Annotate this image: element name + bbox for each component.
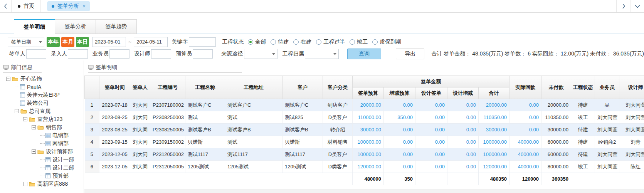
- date-to-input[interactable]: [134, 37, 168, 47]
- col-sign-time[interactable]: 签单时间: [99, 76, 130, 99]
- cell-sign-budget[interactable]: 120000.00: [353, 161, 384, 173]
- window-tab-home[interactable]: 首页: [12, 0, 41, 12]
- tree-item[interactable]: 直营店123: [0, 115, 84, 123]
- cell-design-change[interactable]: 0.00: [447, 136, 479, 148]
- cell-design-sign[interactable]: 0.00: [415, 111, 447, 124]
- cell-total[interactable]: 110350.00: [479, 111, 509, 124]
- table-row[interactable]: 2 2023-08-25 刘大同 P2308250003 测试 测试 测试825…: [85, 111, 644, 124]
- cell-actual-payment[interactable]: 40000.00: [509, 148, 541, 161]
- cell-design-change[interactable]: 0.00: [447, 148, 479, 161]
- cell-total[interactable]: 120000.00: [479, 161, 509, 173]
- table-row[interactable]: 4 2023-09-15 刘大同 P2309150002 贝诺斯 测试 贝诺斯 …: [85, 136, 644, 148]
- col-design-change[interactable]: 设计增减: [447, 87, 479, 99]
- tree-item[interactable]: 网销部: [0, 139, 84, 148]
- cell-design-sign[interactable]: 0.00: [415, 148, 447, 161]
- col-budget-change[interactable]: 增减预算: [384, 87, 415, 99]
- export-button[interactable]: 导出: [396, 49, 424, 59]
- col-signer[interactable]: 签单人: [130, 76, 150, 99]
- col-sign-budget[interactable]: 签单预算: [353, 87, 384, 99]
- cell-budget-change[interactable]: 0.00: [384, 99, 415, 111]
- table-row[interactable]: 5 2023-12-05 刘大同 P2312050002 测试1117 测试11…: [85, 148, 644, 161]
- col-customer[interactable]: 客户: [282, 76, 323, 99]
- col-project-address[interactable]: 工程地址: [225, 76, 282, 99]
- cell-budget-change[interactable]: 0.00: [384, 148, 415, 161]
- tree-expander-icon[interactable]: [23, 117, 27, 121]
- source-select[interactable]: [244, 49, 277, 59]
- col-project-status[interactable]: 工程状态: [571, 76, 595, 99]
- cell-design-sign[interactable]: 0.00: [415, 99, 447, 111]
- table-row[interactable]: 6 2023-12-05 刘大同 P2312050005 1205测试 1205…: [85, 161, 644, 173]
- col-total[interactable]: 合计: [479, 87, 509, 99]
- tree-item[interactable]: 开心装饰: [0, 75, 84, 83]
- cell-sign-budget[interactable]: 110000.00: [353, 111, 384, 124]
- cell-actual-payment[interactable]: 0.00: [509, 111, 541, 124]
- col-actual-payment[interactable]: 实际回款: [509, 76, 541, 99]
- cell-sign-budget[interactable]: 100000.00: [353, 148, 384, 161]
- query-button[interactable]: 查询: [347, 49, 381, 59]
- person-field-input[interactable]: [151, 49, 171, 59]
- quick-range-button[interactable]: 本日: [76, 37, 89, 47]
- tree-expander-icon[interactable]: [15, 109, 19, 113]
- page-tab[interactable]: 签单明细: [14, 19, 55, 34]
- tab-list-button[interactable]: [631, 0, 644, 12]
- tree-expander-icon[interactable]: [23, 182, 27, 186]
- cell-design-change[interactable]: 0.00: [447, 99, 479, 111]
- close-tab-icon[interactable]: ×: [82, 3, 86, 9]
- col-project-no[interactable]: 工程编号: [150, 76, 185, 99]
- cell-total[interactable]: 100000.00: [479, 136, 509, 148]
- cell-design-sign[interactable]: 0.00: [415, 161, 447, 173]
- page-tab[interactable]: 签单趋势: [96, 19, 137, 34]
- cell-actual-payment[interactable]: 0.00: [509, 124, 541, 136]
- cell-design-change[interactable]: 0.00: [447, 161, 479, 173]
- cell-actual-payment[interactable]: 40000.00: [509, 136, 541, 148]
- tree-item[interactable]: 设计二部: [0, 164, 84, 172]
- back-button[interactable]: [0, 0, 12, 12]
- cell-design-sign[interactable]: 0.00: [415, 136, 447, 148]
- page-tab[interactable]: 签单分析: [55, 19, 96, 34]
- person-field-input[interactable]: [26, 49, 46, 59]
- tree-item[interactable]: 设计一部: [0, 156, 84, 164]
- status-radio[interactable]: 待建: [271, 39, 289, 45]
- quick-range-button[interactable]: 本月: [61, 37, 74, 47]
- window-tab-sign-analysis[interactable]: 签单分析 ×: [47, 1, 90, 11]
- col-project-name[interactable]: 工程名称: [185, 76, 225, 99]
- tree-item[interactable]: PaulA: [0, 83, 84, 91]
- tree-item[interactable]: 总司直属: [0, 107, 84, 115]
- ownership-select[interactable]: [305, 49, 338, 59]
- cell-total[interactable]: 20000.00: [479, 99, 509, 111]
- status-radio[interactable]: 全部: [248, 39, 266, 45]
- tree-item[interactable]: 美佳云装ERP: [0, 91, 84, 99]
- cell-actual-payment[interactable]: 0.00: [509, 99, 541, 111]
- cell-total[interactable]: 100000.00: [479, 148, 509, 161]
- cell-budget-change[interactable]: 0.00: [384, 136, 415, 148]
- cell-actual-payment[interactable]: 40000.00: [509, 161, 541, 173]
- person-field-input[interactable]: [109, 49, 129, 59]
- col-unpaid[interactable]: 未付款: [541, 76, 571, 99]
- tree-item[interactable]: 销售部: [0, 123, 84, 131]
- quick-range-button[interactable]: 本年: [47, 37, 60, 47]
- tree-item[interactable]: 装饰公司: [0, 99, 84, 107]
- forward-button[interactable]: [616, 0, 631, 12]
- status-radio[interactable]: 质保到期: [372, 39, 401, 45]
- person-field-input[interactable]: [193, 49, 213, 59]
- keyword-input[interactable]: [189, 37, 216, 47]
- status-radio[interactable]: 工程过半: [316, 39, 345, 45]
- tree-item[interactable]: 高新区店888: [0, 180, 84, 188]
- cell-sign-budget[interactable]: 100000.00: [353, 136, 384, 148]
- col-customer-category[interactable]: 客户分类: [323, 76, 353, 99]
- col-salesperson[interactable]: 业务员: [595, 76, 619, 99]
- cell-budget-change[interactable]: 350.00: [384, 111, 415, 124]
- person-field-input[interactable]: [68, 49, 88, 59]
- table-row[interactable]: 1 2023-07-18 刘大同 P2307180002 测试客户C 测试客户C…: [85, 99, 644, 111]
- col-designer[interactable]: 设计师: [619, 76, 644, 99]
- col-design-sign[interactable]: 设计签单: [415, 87, 447, 99]
- tree-expander-icon[interactable]: [32, 149, 36, 154]
- tree-item[interactable]: 设计预算部: [0, 148, 84, 156]
- status-radio[interactable]: 竣工: [350, 39, 368, 45]
- cell-design-sign[interactable]: 0.00: [415, 124, 447, 136]
- cell-design-change[interactable]: 0.00: [447, 124, 479, 136]
- tree-item[interactable]: 预算部: [0, 172, 84, 180]
- cell-budget-change[interactable]: 0.00: [384, 124, 415, 136]
- tree-expander-icon[interactable]: [6, 77, 10, 81]
- pagination-strip[interactable]: [84, 190, 644, 193]
